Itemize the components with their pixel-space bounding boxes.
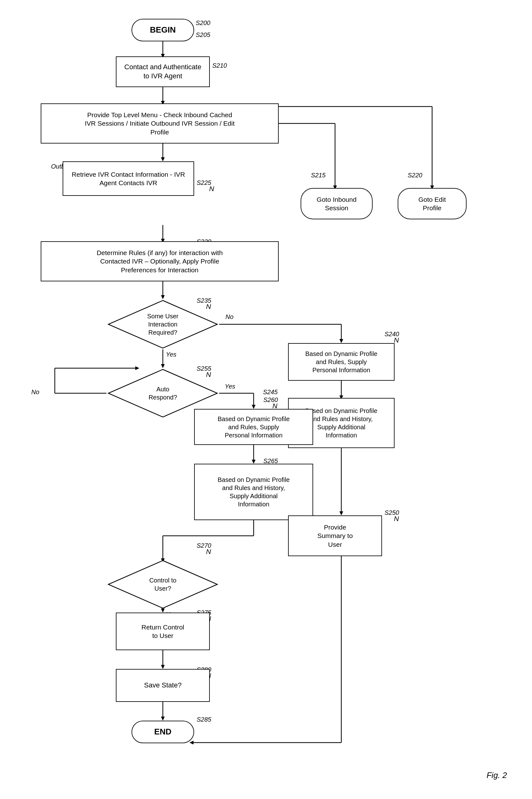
- svg-marker-34: [252, 460, 255, 464]
- end-node: END: [132, 721, 194, 743]
- tick240: N: [394, 336, 399, 345]
- some-user-diamond: Some User Interaction Required?: [107, 299, 219, 349]
- retrieve-ivr-node: Retrieve IVR Contact Information - IVR A…: [63, 161, 194, 196]
- tick225: N: [209, 185, 214, 193]
- svg-marker-5: [161, 157, 165, 161]
- tick250: N: [394, 515, 399, 523]
- tick270: N: [206, 548, 211, 556]
- s220-label: S220: [408, 172, 422, 179]
- svg-marker-23: [339, 512, 343, 516]
- provide-summary-node: Provide Summary to User: [288, 516, 382, 556]
- top-level-menu-node: Provide Top Level Menu - Check Inbound C…: [41, 104, 279, 144]
- s205-label: S205: [196, 31, 210, 39]
- based-dynamic1-node: Based on Dynamic Profile and Rules, Supp…: [288, 343, 395, 381]
- diagram-container: BEGIN S200 S205 Contact and Authenticate…: [0, 0, 532, 799]
- svg-marker-44: [161, 717, 165, 721]
- contact-auth-node: Contact and Authenticate to IVR Agent: [116, 56, 210, 87]
- svg-marker-42: [161, 665, 165, 669]
- svg-marker-16: [161, 295, 165, 299]
- s285-label: S285: [197, 716, 211, 723]
- s200-label: S200: [196, 19, 210, 26]
- goto-inbound-node: Goto Inbound Session: [301, 188, 373, 219]
- fig-label: Fig. 2: [487, 770, 507, 780]
- yes-label-1: Yes: [166, 351, 176, 358]
- s245-label: S245: [263, 389, 278, 396]
- yes-label-2: Yes: [225, 383, 235, 390]
- goto-edit-node: Goto Edit Profile: [398, 188, 467, 219]
- svg-marker-25: [161, 364, 165, 368]
- no-label-2: No: [31, 389, 39, 396]
- determine-rules-node: Determine Rules (if any) for interaction…: [41, 241, 279, 281]
- return-control-node: Return Control to User: [116, 613, 210, 650]
- svg-marker-19: [339, 339, 343, 343]
- s215-label: S215: [311, 172, 326, 179]
- s210-label: S210: [212, 62, 227, 69]
- save-state-node: Save State?: [116, 669, 210, 702]
- based-dynamic3-node: Based on Dynamic Profile and Rules, Supp…: [194, 409, 313, 445]
- svg-marker-47: [189, 741, 193, 744]
- svg-marker-28: [252, 405, 255, 409]
- based-dynamic4-node: Based on Dynamic Profile and Rules and H…: [194, 464, 313, 520]
- begin-node: BEGIN: [132, 19, 194, 41]
- control-to-user-diamond: Control to User?: [107, 559, 219, 610]
- no-label-1: No: [225, 313, 233, 320]
